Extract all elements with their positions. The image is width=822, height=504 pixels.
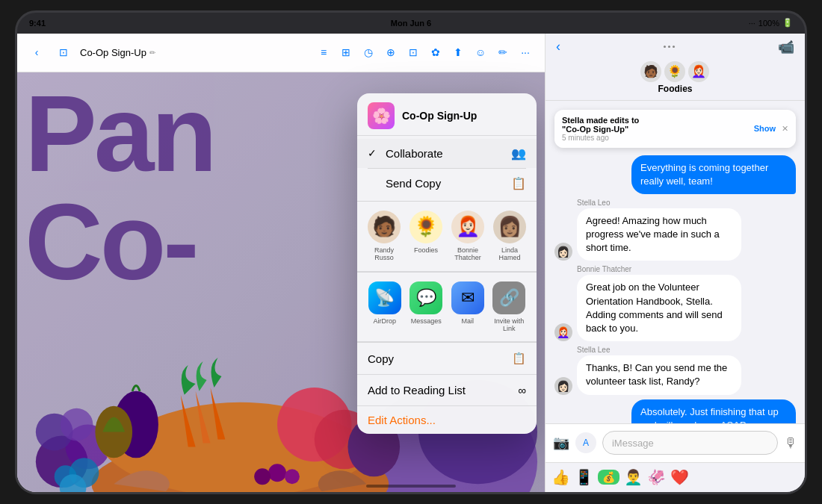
grid-view-button[interactable]: ⊞ (336, 42, 356, 63)
person-bonnie[interactable]: 👩🏻‍🦰 BonnieThatcher (451, 211, 484, 263)
person-foodies[interactable]: 🌻 Foodies (410, 211, 442, 263)
person-name-foodies: Foodies (414, 246, 438, 255)
mail-icon: ✉ (451, 281, 484, 314)
status-right: ··· 100% 🔋 (749, 18, 793, 28)
mail-app[interactable]: ✉ Mail (451, 281, 484, 332)
invite-link-app[interactable]: 🔗 Invite withLink (492, 281, 525, 332)
message-group-3: Bonnie Thatcher 👩🏻‍🦰 Great job on the Vo… (554, 265, 796, 341)
copy-action[interactable]: Copy 📋 (357, 343, 537, 375)
mic-button[interactable]: 🎙 (784, 435, 797, 451)
emoji-memoji-2[interactable]: 🦑 (647, 468, 666, 486)
status-dots: ··· (749, 19, 755, 28)
person-avatar-foodies: 🌻 (410, 211, 442, 243)
invite-link-label: Invite withLink (494, 317, 524, 332)
emoji-memoji-1[interactable]: 👨‍🦱 (624, 468, 643, 486)
status-date: Mon Jun 6 (391, 19, 431, 28)
person-avatar-linda: 👩🏽 (493, 211, 526, 243)
camera-button[interactable]: 📷 (553, 435, 569, 451)
share-sheet-header: 🌸 Co-Op Sign-Up (357, 93, 537, 136)
collaborate-option[interactable]: ✓ Collaborate 👥 (357, 139, 537, 168)
message-bubble-3: Great job on the Volunteer Orientation H… (577, 275, 741, 341)
people-row: 🧑🏾 RandyRusso 🌻 Foodies 👩🏻‍🦰 BonnieThatc… (357, 202, 537, 273)
apps-button[interactable]: A (575, 432, 596, 453)
send-copy-icon: 📋 (511, 176, 526, 190)
history-button[interactable]: ◷ (358, 42, 379, 63)
emoji-button[interactable]: ☺ (470, 42, 491, 63)
facetime-button[interactable]: 📹 (778, 39, 794, 55)
message-row-4: 👩🏻 Thanks, B! Can you send me the volunt… (554, 355, 741, 394)
toolbar: ‹ ⊡ Co-Op Sign-Up ✏ ≡ ⊞ ◷ ⊕ ⊡ ✿ ⬆ (17, 34, 545, 72)
main-content: ‹ ⊡ Co-Op Sign-Up ✏ ≡ ⊞ ◷ ⊕ ⊡ ✿ ⬆ (17, 34, 805, 492)
emoji-cash[interactable]: 💰 (598, 470, 619, 485)
messages-back-button[interactable]: ‹ (556, 39, 560, 55)
messages-app[interactable]: 💬 Messages (410, 281, 442, 332)
person-linda[interactable]: 👩🏽 LindaHamed (493, 211, 526, 263)
sidebar-toggle-button[interactable]: ⊡ (53, 42, 74, 63)
mail-label: Mail (461, 317, 474, 325)
group-avatars: 🧑🏾 🌻 👩🏻‍🦰 (546, 61, 805, 82)
messages-dots (664, 46, 675, 48)
group-avatar-1: 🧑🏾 (640, 61, 661, 82)
more-button[interactable]: ··· (515, 42, 536, 63)
messages-list[interactable]: Stella made edits to"Co-Op Sign-Up" 5 mi… (546, 101, 805, 423)
document-title: Co-Op Sign-Up ✏ (80, 47, 155, 58)
share-sheet-doc-icon: 🌸 (368, 102, 395, 129)
emoji-bar: 👍 📱 💰 👨‍🦱 🦑 ❤️ (546, 462, 805, 492)
toolbar-icons: ≡ ⊞ ◷ ⊕ ⊡ ✿ ⬆ ☺ ✏ ··· (313, 42, 536, 63)
airdrop-label: AirDrop (373, 317, 396, 325)
message-group-1: Everything is coming together really wel… (554, 155, 796, 194)
collab-options: ✓ Collaborate 👥 Send Copy 📋 (357, 136, 537, 201)
emoji-phone[interactable]: 📱 (575, 468, 593, 486)
emoji-heart[interactable]: ❤️ (670, 468, 689, 486)
person-randy[interactable]: 🧑🏾 RandyRusso (368, 211, 401, 263)
message-bubble-1: Everything is coming together really wel… (631, 155, 796, 194)
avatar-stella-2: 👩🏻 (554, 377, 572, 395)
message-row-5: Absolutely. Just finishing that up and w… (631, 399, 796, 423)
message-row-1: Everything is coming together really wel… (631, 155, 796, 194)
reading-list-icon: ∞ (518, 384, 526, 396)
right-panel: ‹ 📹 🧑🏾 🌻 👩🏻‍🦰 Foodies (545, 34, 805, 492)
message-group-4: Stella Lee 👩🏻 Thanks, B! Can you send me… (554, 346, 796, 394)
notification-banner: Stella made edits to"Co-Op Sign-Up" 5 mi… (554, 110, 796, 148)
messages-icon: 💬 (410, 281, 442, 314)
group-avatar-3: 👩🏻‍🦰 (688, 61, 709, 82)
back-button[interactable]: ‹ (26, 42, 47, 63)
person-name-bonnie: BonnieThatcher (454, 246, 481, 263)
message-group-2: Stella Leo 👩🏻 Agreed! Amazing how much p… (554, 199, 796, 261)
send-copy-option[interactable]: Send Copy 📋 (357, 169, 537, 198)
person-avatar-randy: 🧑🏾 (368, 211, 401, 243)
edit-actions-button[interactable]: Edit Actions... (357, 406, 537, 434)
avatar-bonnie-1: 👩🏻‍🦰 (554, 323, 572, 341)
sender-stella-2: Stella Lee (577, 346, 610, 354)
flower-button[interactable]: ✿ (425, 42, 446, 63)
media-button[interactable]: ⊡ (403, 42, 424, 63)
notif-text: Stella made edits to"Co-Op Sign-Up" (562, 116, 639, 134)
notif-close-button[interactable]: ✕ (782, 124, 788, 134)
message-row-3: 👩🏻‍🦰 Great job on the Volunteer Orientat… (554, 275, 741, 341)
list-view-button[interactable]: ≡ (313, 42, 334, 63)
share-sheet-title: Co-Op Sign-Up (402, 110, 477, 122)
apps-row: 📡 AirDrop 💬 Messages ✉ Mail 🔗 Invite wit… (357, 273, 537, 342)
notif-time: 5 minutes ago (562, 134, 639, 142)
sender-stella-1: Stella Leo (577, 199, 610, 207)
person-name-randy: RandyRusso (374, 246, 394, 263)
airdrop-app[interactable]: 📡 AirDrop (368, 281, 401, 332)
status-bar: 9:41 Mon Jun 6 ··· 100% 🔋 (17, 13, 805, 34)
share-button[interactable]: ⬆ (448, 42, 469, 63)
battery-icon: 🔋 (782, 18, 793, 28)
message-bubble-4: Thanks, B! Can you send me the volunteer… (577, 355, 741, 394)
left-panel: ‹ ⊡ Co-Op Sign-Up ✏ ≡ ⊞ ◷ ⊕ ⊡ ✿ ⬆ (17, 34, 545, 492)
person-avatar-bonnie: 👩🏻‍🦰 (451, 211, 484, 243)
avatar-stella-1: 👩🏻 (554, 243, 572, 261)
edit-indicator: ✏ (149, 49, 155, 57)
emoji-thumbs-up[interactable]: 👍 (551, 468, 570, 486)
notif-show-button[interactable]: Show (754, 124, 776, 134)
message-input[interactable]: iMessage (602, 431, 778, 455)
insert-button[interactable]: ⊕ (380, 42, 401, 63)
pen-button[interactable]: ✏ (492, 42, 513, 63)
copy-action-icon: 📋 (512, 352, 526, 365)
reading-list-action[interactable]: Add to Reading List ∞ (357, 375, 537, 406)
status-time: 9:41 (29, 19, 46, 28)
airdrop-icon: 📡 (368, 281, 401, 314)
message-bubble-2: Agreed! Amazing how much progress we've … (577, 208, 741, 261)
